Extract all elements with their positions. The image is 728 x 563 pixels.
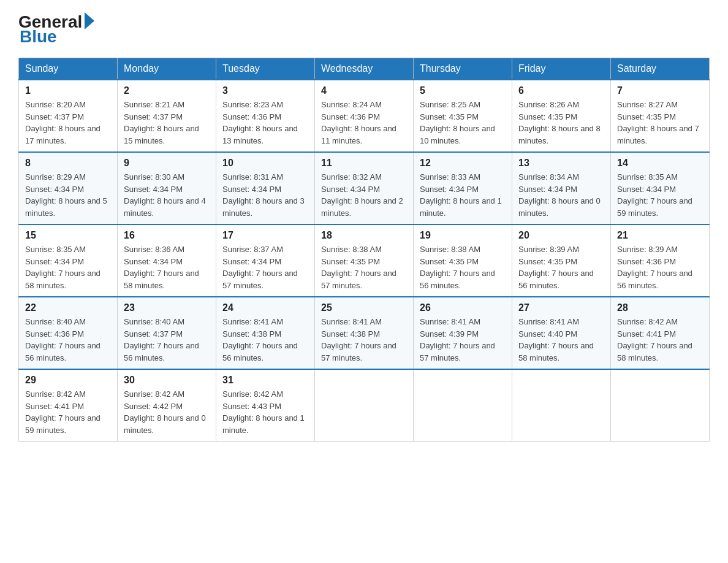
calendar-day-header: Tuesday bbox=[216, 58, 315, 80]
day-number: 7 bbox=[617, 85, 703, 96]
day-number: 21 bbox=[617, 230, 703, 241]
day-number: 20 bbox=[518, 230, 604, 241]
day-number: 1 bbox=[25, 85, 111, 96]
day-info: Sunrise: 8:38 AMSunset: 4:35 PMDaylight:… bbox=[321, 245, 396, 290]
page-header: General Blue bbox=[18, 12, 710, 47]
day-info: Sunrise: 8:39 AMSunset: 4:35 PMDaylight:… bbox=[518, 245, 594, 290]
day-number: 8 bbox=[25, 158, 111, 169]
calendar-day-cell: 8 Sunrise: 8:29 AMSunset: 4:34 PMDayligh… bbox=[19, 152, 118, 224]
day-info: Sunrise: 8:41 AMSunset: 4:38 PMDaylight:… bbox=[321, 317, 396, 362]
day-number: 5 bbox=[420, 85, 506, 96]
calendar-day-cell: 23 Sunrise: 8:40 AMSunset: 4:37 PMDaylig… bbox=[118, 297, 216, 369]
day-number: 24 bbox=[222, 302, 308, 313]
day-info: Sunrise: 8:41 AMSunset: 4:38 PMDaylight:… bbox=[222, 317, 298, 362]
day-info: Sunrise: 8:27 AMSunset: 4:35 PMDaylight:… bbox=[617, 100, 699, 145]
day-info: Sunrise: 8:42 AMSunset: 4:43 PMDaylight:… bbox=[222, 389, 305, 435]
calendar-week-row: 29 Sunrise: 8:42 AMSunset: 4:41 PMDaylig… bbox=[19, 369, 710, 442]
calendar-day-cell: 27 Sunrise: 8:41 AMSunset: 4:40 PMDaylig… bbox=[512, 297, 611, 369]
day-info: Sunrise: 8:39 AMSunset: 4:36 PMDaylight:… bbox=[617, 245, 692, 290]
day-info: Sunrise: 8:40 AMSunset: 4:37 PMDaylight:… bbox=[124, 317, 199, 362]
day-info: Sunrise: 8:25 AMSunset: 4:35 PMDaylight:… bbox=[420, 100, 495, 145]
calendar-week-row: 1 Sunrise: 8:20 AMSunset: 4:37 PMDayligh… bbox=[19, 80, 710, 152]
calendar-day-cell: 26 Sunrise: 8:41 AMSunset: 4:39 PMDaylig… bbox=[414, 297, 512, 369]
day-number: 12 bbox=[420, 158, 506, 169]
day-number: 16 bbox=[124, 230, 210, 241]
day-info: Sunrise: 8:37 AMSunset: 4:34 PMDaylight:… bbox=[222, 245, 298, 290]
logo-blue-text: Blue bbox=[20, 27, 57, 47]
calendar-table: SundayMondayTuesdayWednesdayThursdayFrid… bbox=[18, 58, 710, 442]
calendar-day-header: Thursday bbox=[414, 58, 512, 80]
day-number: 29 bbox=[25, 375, 111, 386]
day-info: Sunrise: 8:34 AMSunset: 4:34 PMDaylight:… bbox=[518, 172, 601, 218]
day-info: Sunrise: 8:32 AMSunset: 4:34 PMDaylight:… bbox=[321, 172, 403, 218]
calendar-day-cell: 22 Sunrise: 8:40 AMSunset: 4:36 PMDaylig… bbox=[19, 297, 118, 369]
day-info: Sunrise: 8:36 AMSunset: 4:34 PMDaylight:… bbox=[124, 245, 199, 290]
day-number: 28 bbox=[617, 302, 703, 313]
day-number: 19 bbox=[420, 230, 506, 241]
calendar-day-cell: 20 Sunrise: 8:39 AMSunset: 4:35 PMDaylig… bbox=[512, 224, 611, 297]
day-info: Sunrise: 8:35 AMSunset: 4:34 PMDaylight:… bbox=[617, 172, 692, 218]
calendar-day-cell: 21 Sunrise: 8:39 AMSunset: 4:36 PMDaylig… bbox=[611, 224, 710, 297]
day-number: 9 bbox=[124, 158, 210, 169]
day-info: Sunrise: 8:33 AMSunset: 4:34 PMDaylight:… bbox=[420, 172, 502, 218]
calendar-day-cell: 31 Sunrise: 8:42 AMSunset: 4:43 PMDaylig… bbox=[216, 369, 315, 442]
calendar-day-cell: 18 Sunrise: 8:38 AMSunset: 4:35 PMDaylig… bbox=[315, 224, 414, 297]
calendar-day-cell bbox=[512, 369, 611, 442]
day-info: Sunrise: 8:40 AMSunset: 4:36 PMDaylight:… bbox=[25, 317, 100, 362]
day-info: Sunrise: 8:38 AMSunset: 4:35 PMDaylight:… bbox=[420, 245, 495, 290]
calendar-day-cell: 30 Sunrise: 8:42 AMSunset: 4:42 PMDaylig… bbox=[118, 369, 216, 442]
day-info: Sunrise: 8:41 AMSunset: 4:40 PMDaylight:… bbox=[518, 317, 594, 362]
calendar-day-cell: 9 Sunrise: 8:30 AMSunset: 4:34 PMDayligh… bbox=[118, 152, 216, 224]
calendar-day-cell: 14 Sunrise: 8:35 AMSunset: 4:34 PMDaylig… bbox=[611, 152, 710, 224]
calendar-day-cell: 1 Sunrise: 8:20 AMSunset: 4:37 PMDayligh… bbox=[19, 80, 118, 152]
calendar-header-row: SundayMondayTuesdayWednesdayThursdayFrid… bbox=[19, 58, 710, 80]
day-info: Sunrise: 8:42 AMSunset: 4:41 PMDaylight:… bbox=[25, 389, 100, 435]
calendar-day-cell bbox=[315, 369, 414, 442]
day-number: 14 bbox=[617, 158, 703, 169]
calendar-day-cell: 11 Sunrise: 8:32 AMSunset: 4:34 PMDaylig… bbox=[315, 152, 414, 224]
day-info: Sunrise: 8:31 AMSunset: 4:34 PMDaylight:… bbox=[222, 172, 305, 218]
calendar-day-cell: 15 Sunrise: 8:35 AMSunset: 4:34 PMDaylig… bbox=[19, 224, 118, 297]
calendar-day-cell: 10 Sunrise: 8:31 AMSunset: 4:34 PMDaylig… bbox=[216, 152, 315, 224]
day-info: Sunrise: 8:30 AMSunset: 4:34 PMDaylight:… bbox=[124, 172, 206, 218]
day-number: 10 bbox=[222, 158, 308, 169]
calendar-day-cell: 6 Sunrise: 8:26 AMSunset: 4:35 PMDayligh… bbox=[512, 80, 611, 152]
day-number: 25 bbox=[321, 302, 407, 313]
day-number: 26 bbox=[420, 302, 506, 313]
day-number: 11 bbox=[321, 158, 407, 169]
calendar-day-header: Sunday bbox=[19, 58, 118, 80]
calendar-week-row: 15 Sunrise: 8:35 AMSunset: 4:34 PMDaylig… bbox=[19, 224, 710, 297]
day-info: Sunrise: 8:29 AMSunset: 4:34 PMDaylight:… bbox=[25, 172, 107, 218]
day-number: 23 bbox=[124, 302, 210, 313]
calendar-day-cell bbox=[414, 369, 512, 442]
day-number: 18 bbox=[321, 230, 407, 241]
day-number: 6 bbox=[518, 85, 604, 96]
calendar-day-cell: 24 Sunrise: 8:41 AMSunset: 4:38 PMDaylig… bbox=[216, 297, 315, 369]
day-number: 27 bbox=[518, 302, 604, 313]
calendar-day-header: Wednesday bbox=[315, 58, 414, 80]
day-number: 2 bbox=[124, 85, 210, 96]
calendar-day-header: Friday bbox=[512, 58, 611, 80]
logo-arrow-icon bbox=[85, 12, 94, 29]
calendar-day-cell: 16 Sunrise: 8:36 AMSunset: 4:34 PMDaylig… bbox=[118, 224, 216, 297]
calendar-day-cell: 17 Sunrise: 8:37 AMSunset: 4:34 PMDaylig… bbox=[216, 224, 315, 297]
day-number: 13 bbox=[518, 158, 604, 169]
day-info: Sunrise: 8:41 AMSunset: 4:39 PMDaylight:… bbox=[420, 317, 495, 362]
day-number: 15 bbox=[25, 230, 111, 241]
day-number: 4 bbox=[321, 85, 407, 96]
logo: General Blue bbox=[18, 12, 94, 47]
day-info: Sunrise: 8:26 AMSunset: 4:35 PMDaylight:… bbox=[518, 100, 601, 145]
calendar-week-row: 22 Sunrise: 8:40 AMSunset: 4:36 PMDaylig… bbox=[19, 297, 710, 369]
day-number: 17 bbox=[222, 230, 308, 241]
day-number: 22 bbox=[25, 302, 111, 313]
day-number: 30 bbox=[124, 375, 210, 386]
calendar-day-cell: 25 Sunrise: 8:41 AMSunset: 4:38 PMDaylig… bbox=[315, 297, 414, 369]
calendar-day-cell: 28 Sunrise: 8:42 AMSunset: 4:41 PMDaylig… bbox=[611, 297, 710, 369]
day-info: Sunrise: 8:35 AMSunset: 4:34 PMDaylight:… bbox=[25, 245, 100, 290]
calendar-day-cell: 7 Sunrise: 8:27 AMSunset: 4:35 PMDayligh… bbox=[611, 80, 710, 152]
day-info: Sunrise: 8:24 AMSunset: 4:36 PMDaylight:… bbox=[321, 100, 396, 145]
calendar-day-cell: 19 Sunrise: 8:38 AMSunset: 4:35 PMDaylig… bbox=[414, 224, 512, 297]
day-info: Sunrise: 8:20 AMSunset: 4:37 PMDaylight:… bbox=[25, 100, 100, 145]
day-info: Sunrise: 8:23 AMSunset: 4:36 PMDaylight:… bbox=[222, 100, 298, 145]
calendar-day-cell: 12 Sunrise: 8:33 AMSunset: 4:34 PMDaylig… bbox=[414, 152, 512, 224]
